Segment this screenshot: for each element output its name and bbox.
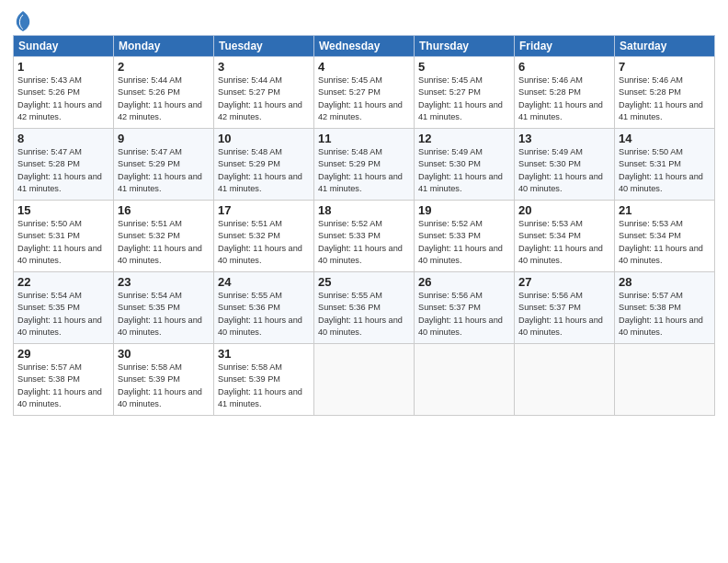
calendar-cell: 11 Sunrise: 5:48 AMSunset: 5:29 PMDaylig… <box>314 129 415 201</box>
day-info: Sunrise: 5:50 AMSunset: 5:31 PMDaylight:… <box>17 219 102 265</box>
day-number: 14 <box>619 132 711 145</box>
day-info: Sunrise: 5:44 AMSunset: 5:26 PMDaylight:… <box>118 75 202 121</box>
calendar-cell: 29 Sunrise: 5:57 AMSunset: 5:38 PMDaylig… <box>14 344 114 416</box>
day-number: 19 <box>418 203 510 217</box>
day-info: Sunrise: 5:45 AMSunset: 5:27 PMDaylight:… <box>318 75 403 121</box>
day-number: 2 <box>118 60 210 74</box>
day-info: Sunrise: 5:58 AMSunset: 5:39 PMDaylight:… <box>118 362 202 408</box>
day-number: 18 <box>318 203 410 217</box>
day-info: Sunrise: 5:50 AMSunset: 5:31 PMDaylight:… <box>619 147 703 193</box>
calendar-cell: 26 Sunrise: 5:56 AMSunset: 5:37 PMDaylig… <box>415 272 515 344</box>
calendar-cell <box>615 344 715 416</box>
day-info: Sunrise: 5:51 AMSunset: 5:32 PMDaylight:… <box>218 219 302 265</box>
day-number: 27 <box>518 275 610 289</box>
day-number: 1 <box>17 60 109 74</box>
header <box>13 9 715 31</box>
logo-icon <box>15 11 31 31</box>
calendar-cell: 3 Sunrise: 5:44 AMSunset: 5:27 PMDayligh… <box>214 57 314 129</box>
day-info: Sunrise: 5:55 AMSunset: 5:36 PMDaylight:… <box>318 291 403 337</box>
calendar-cell <box>314 344 415 416</box>
calendar-week-row: 15 Sunrise: 5:50 AMSunset: 5:31 PMDaylig… <box>14 201 715 272</box>
day-number: 10 <box>218 132 310 145</box>
day-info: Sunrise: 5:57 AMSunset: 5:38 PMDaylight:… <box>17 362 102 408</box>
calendar-cell: 30 Sunrise: 5:58 AMSunset: 5:39 PMDaylig… <box>114 344 214 416</box>
weekday-header: Monday <box>114 36 214 57</box>
calendar-cell: 10 Sunrise: 5:48 AMSunset: 5:29 PMDaylig… <box>214 129 314 201</box>
day-number: 20 <box>518 203 610 217</box>
day-number: 5 <box>418 60 510 74</box>
weekday-header: Wednesday <box>314 36 415 57</box>
calendar-cell: 12 Sunrise: 5:49 AMSunset: 5:30 PMDaylig… <box>415 129 515 201</box>
day-info: Sunrise: 5:43 AMSunset: 5:26 PMDaylight:… <box>17 75 102 121</box>
calendar-cell: 8 Sunrise: 5:47 AMSunset: 5:28 PMDayligh… <box>14 129 114 201</box>
day-number: 31 <box>218 347 310 361</box>
calendar-cell: 4 Sunrise: 5:45 AMSunset: 5:27 PMDayligh… <box>314 57 415 129</box>
calendar-cell: 18 Sunrise: 5:52 AMSunset: 5:33 PMDaylig… <box>314 201 415 272</box>
day-info: Sunrise: 5:53 AMSunset: 5:34 PMDaylight:… <box>518 219 603 265</box>
day-number: 22 <box>17 275 109 289</box>
day-number: 23 <box>118 275 210 289</box>
calendar-cell: 24 Sunrise: 5:55 AMSunset: 5:36 PMDaylig… <box>214 272 314 344</box>
calendar-page: SundayMondayTuesdayWednesdayThursdayFrid… <box>0 0 728 563</box>
day-info: Sunrise: 5:46 AMSunset: 5:28 PMDaylight:… <box>619 75 703 121</box>
day-number: 13 <box>518 132 610 145</box>
calendar-week-row: 22 Sunrise: 5:54 AMSunset: 5:35 PMDaylig… <box>14 272 715 344</box>
day-number: 12 <box>418 132 510 145</box>
day-info: Sunrise: 5:48 AMSunset: 5:29 PMDaylight:… <box>318 147 403 193</box>
calendar-cell: 22 Sunrise: 5:54 AMSunset: 5:35 PMDaylig… <box>14 272 114 344</box>
day-number: 25 <box>318 275 410 289</box>
calendar-cell: 16 Sunrise: 5:51 AMSunset: 5:32 PMDaylig… <box>114 201 214 272</box>
weekday-header: Thursday <box>415 36 515 57</box>
day-info: Sunrise: 5:44 AMSunset: 5:27 PMDaylight:… <box>218 75 302 121</box>
calendar-cell: 23 Sunrise: 5:54 AMSunset: 5:35 PMDaylig… <box>114 272 214 344</box>
day-number: 26 <box>418 275 510 289</box>
day-info: Sunrise: 5:49 AMSunset: 5:30 PMDaylight:… <box>418 147 503 193</box>
calendar-cell: 1 Sunrise: 5:43 AMSunset: 5:26 PMDayligh… <box>14 57 114 129</box>
day-number: 30 <box>118 347 210 361</box>
day-info: Sunrise: 5:56 AMSunset: 5:37 PMDaylight:… <box>418 291 503 337</box>
calendar-cell: 31 Sunrise: 5:58 AMSunset: 5:39 PMDaylig… <box>214 344 314 416</box>
day-info: Sunrise: 5:58 AMSunset: 5:39 PMDaylight:… <box>218 362 302 408</box>
calendar-cell: 9 Sunrise: 5:47 AMSunset: 5:29 PMDayligh… <box>114 129 214 201</box>
day-info: Sunrise: 5:51 AMSunset: 5:32 PMDaylight:… <box>118 219 202 265</box>
calendar-week-row: 1 Sunrise: 5:43 AMSunset: 5:26 PMDayligh… <box>14 57 715 129</box>
day-info: Sunrise: 5:46 AMSunset: 5:28 PMDaylight:… <box>518 75 603 121</box>
day-number: 6 <box>518 60 610 74</box>
day-number: 4 <box>318 60 410 74</box>
day-number: 29 <box>17 347 109 361</box>
day-number: 21 <box>619 203 711 217</box>
day-info: Sunrise: 5:53 AMSunset: 5:34 PMDaylight:… <box>619 219 703 265</box>
calendar-cell: 27 Sunrise: 5:56 AMSunset: 5:37 PMDaylig… <box>515 272 615 344</box>
calendar-cell: 13 Sunrise: 5:49 AMSunset: 5:30 PMDaylig… <box>515 129 615 201</box>
weekday-header: Saturday <box>615 36 715 57</box>
calendar-cell: 5 Sunrise: 5:45 AMSunset: 5:27 PMDayligh… <box>415 57 515 129</box>
logo <box>13 13 31 31</box>
day-number: 8 <box>17 132 109 145</box>
day-number: 11 <box>318 132 410 145</box>
calendar-cell: 28 Sunrise: 5:57 AMSunset: 5:38 PMDaylig… <box>615 272 715 344</box>
calendar-cell: 7 Sunrise: 5:46 AMSunset: 5:28 PMDayligh… <box>615 57 715 129</box>
day-info: Sunrise: 5:47 AMSunset: 5:29 PMDaylight:… <box>118 147 202 193</box>
calendar-cell: 17 Sunrise: 5:51 AMSunset: 5:32 PMDaylig… <box>214 201 314 272</box>
day-info: Sunrise: 5:49 AMSunset: 5:30 PMDaylight:… <box>518 147 603 193</box>
calendar-cell: 14 Sunrise: 5:50 AMSunset: 5:31 PMDaylig… <box>615 129 715 201</box>
day-info: Sunrise: 5:45 AMSunset: 5:27 PMDaylight:… <box>418 75 503 121</box>
weekday-header-row: SundayMondayTuesdayWednesdayThursdayFrid… <box>14 36 715 57</box>
day-info: Sunrise: 5:52 AMSunset: 5:33 PMDaylight:… <box>418 219 503 265</box>
calendar-cell: 21 Sunrise: 5:53 AMSunset: 5:34 PMDaylig… <box>615 201 715 272</box>
day-info: Sunrise: 5:56 AMSunset: 5:37 PMDaylight:… <box>518 291 603 337</box>
calendar-cell <box>415 344 515 416</box>
calendar-week-row: 8 Sunrise: 5:47 AMSunset: 5:28 PMDayligh… <box>14 129 715 201</box>
weekday-header: Friday <box>515 36 615 57</box>
calendar-cell: 19 Sunrise: 5:52 AMSunset: 5:33 PMDaylig… <box>415 201 515 272</box>
calendar-cell: 2 Sunrise: 5:44 AMSunset: 5:26 PMDayligh… <box>114 57 214 129</box>
day-number: 15 <box>17 203 109 217</box>
day-number: 24 <box>218 275 310 289</box>
weekday-header: Sunday <box>14 36 114 57</box>
calendar-cell: 6 Sunrise: 5:46 AMSunset: 5:28 PMDayligh… <box>515 57 615 129</box>
day-number: 3 <box>218 60 310 74</box>
day-info: Sunrise: 5:48 AMSunset: 5:29 PMDaylight:… <box>218 147 302 193</box>
calendar-cell: 15 Sunrise: 5:50 AMSunset: 5:31 PMDaylig… <box>14 201 114 272</box>
day-info: Sunrise: 5:54 AMSunset: 5:35 PMDaylight:… <box>118 291 202 337</box>
day-info: Sunrise: 5:54 AMSunset: 5:35 PMDaylight:… <box>17 291 102 337</box>
